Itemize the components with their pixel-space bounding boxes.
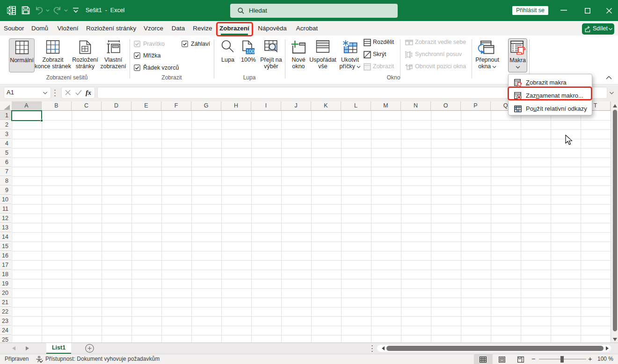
svg-text:100: 100 [246,49,254,54]
